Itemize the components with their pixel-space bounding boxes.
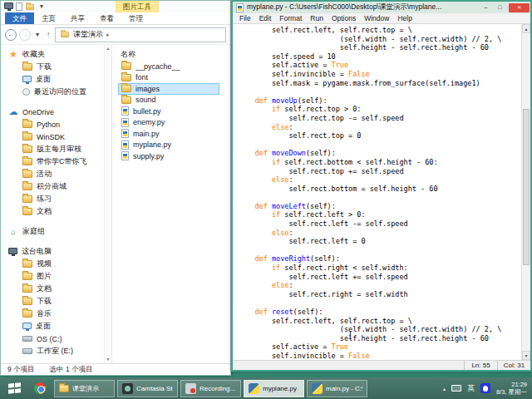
- code-line[interactable]: def moveDown(self):: [238, 149, 520, 158]
- menu-help[interactable]: Help: [393, 14, 416, 22]
- menu-options[interactable]: Options: [328, 14, 360, 22]
- file-row[interactable]: enemy.py: [118, 117, 219, 129]
- ribbon-tab-0[interactable]: 文件: [5, 12, 34, 24]
- code-line[interactable]: self.rect.left, self.rect.top = \: [238, 317, 520, 326]
- ribbon-tab-1[interactable]: 主页: [34, 12, 63, 24]
- sidebar-scroll-track[interactable]: [105, 52, 111, 356]
- sidebar-item[interactable]: Python: [1, 118, 104, 131]
- code-line[interactable]: self.speed = 10: [238, 52, 520, 62]
- ribbon-tab-4[interactable]: 管理: [121, 12, 150, 24]
- file-row[interactable]: myplane.py: [118, 140, 219, 151]
- tray-expand-icon[interactable]: ▴: [443, 386, 446, 392]
- code-line[interactable]: self.rect.top = 0: [238, 131, 520, 140]
- sidebar-item[interactable]: 桌面: [1, 320, 104, 332]
- code-line[interactable]: if self.rect.top > 0:: [238, 105, 520, 114]
- taskbar-button-idle-main[interactable]: main.py - C:\...: [307, 380, 367, 397]
- sidebar-item[interactable]: 下载: [1, 61, 104, 73]
- column-header-name[interactable]: 名称: [118, 47, 230, 61]
- sidebar-item[interactable]: 文档: [1, 283, 104, 295]
- sidebar-item[interactable]: 带你学C带你飞: [1, 155, 104, 168]
- taskbar-button-explorer-folder[interactable]: 课堂演示: [54, 380, 115, 397]
- maximize-button[interactable]: □: [495, 3, 505, 12]
- address-box[interactable]: 课堂演示 ▸: [55, 27, 226, 42]
- up-button[interactable]: ↑: [44, 29, 52, 41]
- taskbar-button-camtasia[interactable]: Camtasia Stu...: [117, 380, 178, 397]
- menu-run[interactable]: Run: [306, 14, 328, 22]
- code-line[interactable]: self.rect.top -= self.speed: [238, 114, 520, 123]
- sidebar-group-this-pc[interactable]: 这台电脑: [1, 245, 104, 258]
- code-line[interactable]: self.mask = pygame.mask.from_surface(sel…: [238, 79, 520, 88]
- file-row[interactable]: sound: [118, 95, 219, 106]
- file-row[interactable]: main.py: [118, 128, 219, 140]
- breadcrumb[interactable]: 课堂演示: [73, 29, 103, 40]
- code-line[interactable]: else:: [238, 175, 520, 185]
- code-line[interactable]: [238, 87, 520, 96]
- minimize-button[interactable]: –: [480, 3, 491, 12]
- code-line[interactable]: def moveLeft(self):: [238, 202, 520, 211]
- sidebar-group-onedrive[interactable]: ☁OneDrive: [1, 106, 104, 118]
- code-line[interactable]: self.invincible = False: [238, 70, 520, 79]
- code-line[interactable]: else:: [238, 123, 520, 132]
- sidebar-group-favorites[interactable]: ★收藏夹: [1, 48, 104, 61]
- editor-scrollbar[interactable]: ▲ ▼: [521, 24, 530, 360]
- code-line[interactable]: def moveUp(self):: [238, 96, 520, 106]
- code-line[interactable]: if self.rect.bottom < self.height - 60:: [238, 158, 520, 167]
- sidebar-item[interactable]: 积分商城: [1, 180, 104, 193]
- sidebar-item[interactable]: OS (C:): [1, 332, 104, 345]
- code-line[interactable]: self.rect.top += self.speed: [238, 167, 520, 176]
- code-line[interactable]: if self.rect.left > 0:: [238, 210, 520, 219]
- sidebar-item[interactable]: WinSDK: [1, 131, 104, 143]
- code-line[interactable]: [238, 246, 520, 255]
- taskbar-button-idle-myplane[interactable]: myplane.py -...: [244, 380, 304, 397]
- editor-scroll-down-icon[interactable]: ▼: [522, 351, 530, 360]
- sidebar-item[interactable]: 最近访问的位置: [1, 86, 104, 98]
- sidebar-item[interactable]: 活动: [1, 168, 104, 180]
- breadcrumb-chevron-icon[interactable]: ▸: [106, 32, 110, 38]
- sidebar-item[interactable]: 工作室 (E:): [1, 345, 104, 357]
- code-line[interactable]: self.rect.left, self.rect.top = \: [238, 26, 520, 35]
- code-line[interactable]: def reset(self):: [238, 308, 520, 317]
- code-line[interactable]: [238, 140, 520, 150]
- ime-indicator[interactable]: 英: [467, 383, 475, 394]
- menu-edit[interactable]: Edit: [255, 14, 276, 22]
- sidebar-scroll-down-icon[interactable]: ▼: [105, 356, 111, 363]
- ribbon-tab-2[interactable]: 共享: [63, 12, 92, 24]
- qat-new-folder-icon[interactable]: [26, 3, 34, 9]
- code-line[interactable]: self.rect.left -= self.speed: [238, 219, 520, 229]
- code-line[interactable]: self.active = True: [238, 342, 520, 352]
- clock[interactable]: 21:29 8/3, 星期一: [496, 381, 527, 397]
- baidu-ime-icon[interactable]: [480, 383, 490, 393]
- menu-format[interactable]: Format: [275, 14, 306, 22]
- code-line[interactable]: [238, 193, 520, 202]
- file-row[interactable]: images: [118, 83, 219, 95]
- code-line[interactable]: self.rect.left += self.speed: [238, 273, 520, 282]
- taskbar-button-start[interactable]: [2, 380, 26, 397]
- code-line[interactable]: if self.rect.right < self.width:: [238, 264, 520, 273]
- sidebar-item[interactable]: 图片: [1, 270, 104, 283]
- ribbon-tab-3[interactable]: 查看: [92, 12, 121, 24]
- forward-button[interactable]: →: [19, 29, 31, 41]
- code-line[interactable]: self.rect.right = self.width: [238, 290, 520, 299]
- code-line[interactable]: def moveRight(self):: [238, 254, 520, 264]
- code-line[interactable]: (self.width - self.rect.width) // 2, \: [238, 325, 520, 334]
- menu-file[interactable]: File: [235, 14, 255, 22]
- sidebar-item[interactable]: 视频: [1, 258, 104, 270]
- picture-tools-tab[interactable]: 图片工具: [116, 1, 159, 12]
- code-editor[interactable]: self.rect.left, self.rect.top = \ (self.…: [233, 24, 530, 360]
- back-button[interactable]: ←: [5, 29, 17, 41]
- close-button[interactable]: ×: [509, 3, 530, 12]
- qat-dropdown-icon[interactable]: ▾: [37, 1, 46, 12]
- sidebar-item[interactable]: 文档: [1, 205, 104, 218]
- sidebar-item[interactable]: 版主每月审核: [1, 143, 104, 155]
- code-line[interactable]: self.invincible = False: [238, 352, 520, 360]
- history-dropdown-icon[interactable]: ▾: [33, 29, 42, 41]
- network-icon[interactable]: [451, 385, 461, 392]
- sidebar-item[interactable]: 练习: [1, 193, 104, 205]
- code-line[interactable]: else:: [238, 229, 520, 238]
- sidebar-item[interactable]: 下载: [1, 295, 104, 308]
- editor-scroll-thumb[interactable]: [523, 109, 530, 265]
- code-line[interactable]: self.height - self.rect.height - 60: [238, 43, 520, 52]
- sidebar-group-homegroup[interactable]: ⌂家庭组: [1, 225, 104, 238]
- code-line[interactable]: self.active = True: [238, 61, 520, 70]
- menu-window[interactable]: Window: [360, 14, 393, 22]
